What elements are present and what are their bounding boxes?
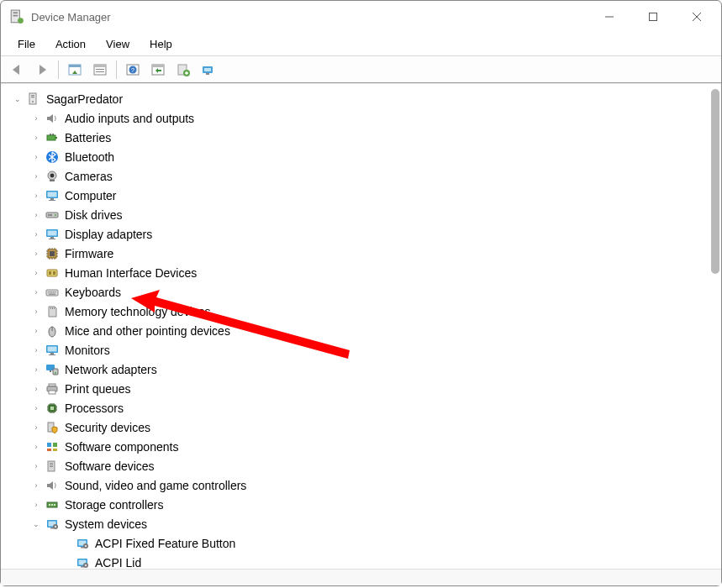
printer-icon (45, 381, 60, 396)
svg-rect-78 (53, 443, 57, 447)
tree-category-network[interactable]: ›Network adapters (9, 360, 718, 379)
menu-help[interactable]: Help (140, 34, 182, 54)
chevron-right-icon[interactable]: › (31, 134, 41, 142)
tree-category-label: Monitors (65, 344, 110, 357)
svg-rect-18 (152, 65, 164, 67)
chevron-right-icon[interactable]: › (31, 385, 41, 393)
chevron-right-icon[interactable]: › (31, 501, 41, 509)
tree-category-firmware[interactable]: ›Firmware (9, 244, 718, 263)
tree-view[interactable]: ⌄SagarPredator›Audio inputs and outputs›… (1, 84, 721, 569)
chevron-right-icon[interactable]: › (31, 481, 41, 490)
bluetooth-icon (45, 150, 60, 165)
tree-category-storage[interactable]: ›Storage controllers (9, 495, 718, 514)
chevron-right-icon[interactable]: › (31, 462, 41, 470)
tree-root-label: SagarPredator (46, 92, 123, 106)
chevron-right-icon[interactable]: › (31, 192, 41, 200)
chevron-right-icon[interactable]: › (31, 230, 41, 239)
chevron-right-icon[interactable]: › (31, 211, 41, 219)
tree-category-label: Software devices (65, 459, 155, 473)
tree-category-display[interactable]: ›Display adapters (9, 224, 718, 244)
tree-category-hid[interactable]: ›Human Interface Devices (9, 263, 718, 282)
svg-rect-41 (48, 214, 52, 216)
tree-category-keyboards[interactable]: ›Keyboards (9, 282, 718, 302)
tree-category-label: System devices (65, 517, 147, 531)
svg-rect-13 (96, 71, 104, 72)
menu-action[interactable]: Action (45, 34, 96, 54)
menu-file[interactable]: File (8, 34, 45, 54)
properties-button[interactable] (89, 59, 111, 81)
system-device-icon (75, 536, 90, 551)
controller-icon (45, 497, 60, 512)
chevron-right-icon[interactable]: › (31, 153, 41, 161)
tree-category-label: Display adapters (65, 228, 152, 241)
chevron-right-icon[interactable]: › (31, 423, 41, 432)
chevron-right-icon[interactable]: › (31, 327, 41, 335)
tree-category-sound[interactable]: ›Sound, video and game controllers (9, 475, 718, 495)
tree-category-disk[interactable]: ›Disk drives (9, 205, 718, 224)
maximize-button[interactable] (634, 4, 672, 29)
chevron-right-icon[interactable]: › (31, 307, 41, 316)
monitor-icon (45, 227, 60, 242)
tree-category-system[interactable]: ⌄System devices (9, 514, 718, 533)
tree-category-swcomponents[interactable]: ›Software components (9, 437, 718, 456)
svg-rect-77 (47, 443, 51, 447)
memcard-icon (45, 304, 60, 319)
tree-item-acpi-fixed[interactable]: ACPI Fixed Feature Button (9, 533, 718, 553)
scan-hardware-button[interactable] (147, 59, 169, 81)
add-legacy-hardware-button[interactable] (172, 59, 194, 81)
chevron-down-icon[interactable]: ⌄ (31, 520, 41, 528)
minimize-button[interactable] (590, 4, 629, 29)
help-button[interactable]: ? (122, 59, 144, 81)
forward-button[interactable] (31, 59, 53, 81)
tree-category-monitors[interactable]: ›Monitors (9, 340, 718, 360)
speaker-icon (45, 478, 60, 493)
tree-item-label: ACPI Fixed Feature Button (95, 537, 235, 550)
tree-category-security[interactable]: ›Security devices (9, 417, 718, 437)
tree-category-memory[interactable]: ›Memory technology devices (9, 302, 718, 321)
tree-category-computer[interactable]: ›Computer (9, 186, 718, 205)
tree-category-processors[interactable]: ›Processors (9, 398, 718, 417)
chevron-right-icon[interactable]: › (31, 443, 41, 451)
tree-category-label: Print queues (65, 382, 131, 396)
tree-category-batteries[interactable]: ›Batteries (9, 128, 718, 147)
devices-and-printers-button[interactable] (198, 59, 219, 81)
chevron-down-icon[interactable]: ⌄ (13, 95, 23, 103)
close-button[interactable] (677, 4, 716, 29)
chevron-right-icon[interactable]: › (31, 346, 41, 354)
svg-rect-88 (54, 504, 55, 506)
chevron-right-icon[interactable]: › (31, 404, 41, 412)
svg-point-93 (55, 525, 56, 527)
chevron-right-icon[interactable]: › (31, 249, 41, 258)
chevron-right-icon[interactable]: › (31, 365, 41, 374)
svg-point-33 (50, 173, 55, 177)
tree-category-mice[interactable]: ›Mice and other pointing devices (9, 321, 718, 340)
chevron-right-icon[interactable]: › (31, 269, 41, 277)
tree-item-acpi-lid[interactable]: ACPI Lid (9, 553, 718, 569)
tree-root-node[interactable]: ⌄SagarPredator (9, 89, 718, 108)
svg-rect-38 (49, 200, 55, 201)
tree-category-audio[interactable]: ›Audio inputs and outputs (9, 108, 718, 128)
svg-rect-34 (50, 180, 55, 181)
svg-rect-60 (54, 307, 55, 309)
toolbar-separator (116, 60, 117, 79)
menu-view[interactable]: View (96, 34, 140, 54)
svg-point-40 (55, 214, 56, 216)
tree-category-label: Batteries (65, 131, 111, 144)
chip-icon (45, 246, 60, 261)
svg-rect-80 (53, 449, 57, 451)
tree-category-bluetooth[interactable]: ›Bluetooth (9, 147, 718, 166)
back-button[interactable] (6, 59, 28, 81)
chevron-right-icon[interactable]: › (31, 114, 41, 123)
show-hide-tree-button[interactable] (64, 59, 86, 81)
tree-category-cameras[interactable]: ›Cameras (9, 166, 718, 186)
svg-text:?: ? (131, 67, 134, 73)
tree-category-printers[interactable]: ›Print queues (9, 379, 718, 398)
svg-rect-2 (13, 15, 18, 17)
vertical-scrollbar-thumb[interactable] (711, 89, 719, 274)
svg-rect-5 (650, 13, 657, 21)
chevron-right-icon[interactable]: › (31, 288, 41, 297)
tree-category-swdevices[interactable]: ›Software devices (9, 456, 718, 475)
svg-rect-66 (49, 354, 55, 355)
svg-rect-55 (53, 291, 54, 292)
chevron-right-icon[interactable]: › (31, 172, 41, 181)
